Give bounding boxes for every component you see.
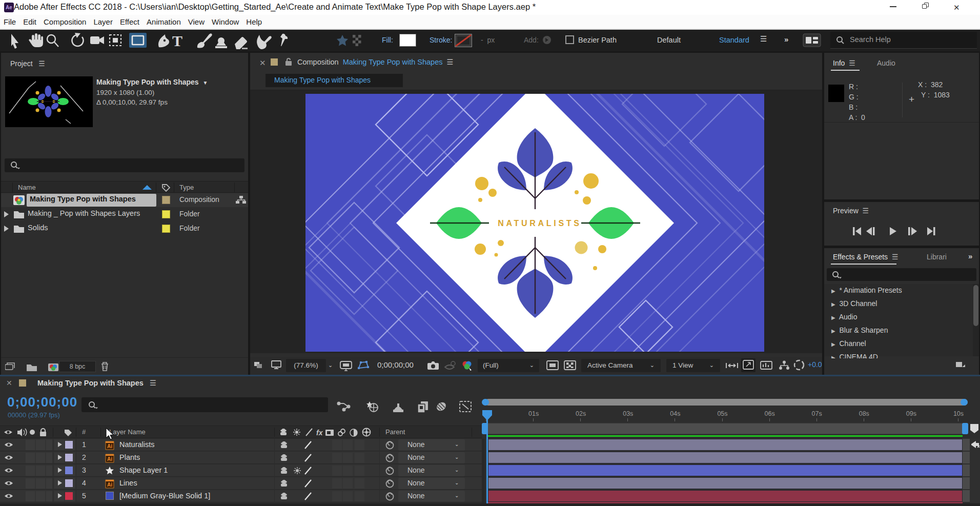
svg-text:T: T bbox=[172, 32, 182, 49]
svg-text:fx: fx bbox=[316, 429, 323, 437]
svg-text:Ai: Ai bbox=[107, 456, 112, 462]
svg-text:NATURALISTS: NATURALISTS bbox=[498, 219, 581, 228]
svg-text:Ai: Ai bbox=[107, 482, 112, 488]
svg-text:Ai: Ai bbox=[107, 443, 112, 449]
